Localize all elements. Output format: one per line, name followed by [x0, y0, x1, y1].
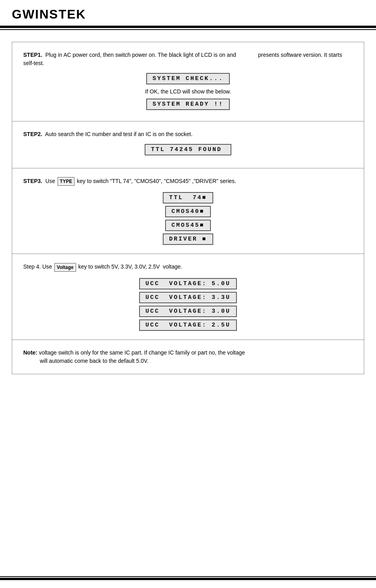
step3-lcd-cmos40: CMOS40■: [165, 206, 211, 217]
step4-lcd-5v: UCC VOLTAGE: 5.0U: [139, 278, 237, 289]
step3-text: STEP3. Use TYPE key to switch "TTL 74", …: [23, 177, 353, 186]
note-text: Note: voltage switch is only for the sam…: [23, 349, 353, 365]
logo: GWINSTEK: [12, 7, 364, 22]
step4-lcd-33v: UCC VOLTAGE: 3.3U: [139, 292, 237, 303]
step1-sublabel: If OK, the LCD will show the below.: [23, 88, 353, 95]
step4-lcd-25v: UCC VOLTAGE: 2.5U: [139, 319, 237, 331]
step4-lcd-list: UCC VOLTAGE: 5.0U UCC VOLTAGE: 3.3U UCC …: [23, 278, 353, 331]
step1-lcd-secondary: SYSTEM READY !!: [146, 99, 230, 110]
footer-bar-thick: [0, 578, 376, 580]
step2-section: STEP2. Auto search the IC number and tes…: [12, 121, 364, 168]
step1-indent: presents software version. It starts sel…: [23, 52, 342, 66]
step3-lcd-ttl74: TTL 74■: [163, 192, 213, 203]
step1-text: STEP1. Plug in AC power cord, then switc…: [23, 51, 353, 67]
step3-lcd-driver: DRIVER ■: [163, 233, 213, 245]
voltage-button: Voltage: [54, 263, 76, 272]
header-bar-thick: [0, 26, 376, 28]
note-label: Note:: [23, 349, 37, 356]
step3-lcd-cmos45: CMOS45■: [165, 220, 211, 231]
step4-section: Step 4. Use Voltage key to switch 5V, 3.…: [12, 254, 364, 340]
step4-lcd-30v: UCC VOLTAGE: 3.0U: [139, 306, 237, 317]
step2-text: STEP2. Auto search the IC number and tes…: [23, 130, 353, 138]
step1-label: STEP1.: [23, 52, 42, 58]
step1-lcd-primary: SYSTEM CHECK...: [146, 73, 230, 84]
note-indent: will automatic come back to the default …: [40, 358, 149, 364]
step1-section: STEP1. Plug in AC power cord, then switc…: [12, 42, 364, 121]
step3-label: STEP3.: [23, 178, 42, 184]
step3-lcd-list: TTL 74■ CMOS40■ CMOS45■ DRIVER ■: [23, 192, 353, 245]
step4-text: Step 4. Use Voltage key to switch 5V, 3.…: [23, 263, 353, 271]
steps-box: STEP1. Plug in AC power cord, then switc…: [12, 42, 364, 374]
type-button: TYPE: [58, 177, 74, 186]
step1-lcd-secondary-wrap: SYSTEM READY !!: [23, 99, 353, 110]
note-section: Note: voltage switch is only for the sam…: [12, 340, 364, 374]
step1-lcd-primary-wrap: SYSTEM CHECK...: [23, 73, 353, 84]
footer-bar-thin: [0, 576, 376, 577]
step3-section: STEP3. Use TYPE key to switch "TTL 74", …: [12, 168, 364, 254]
step2-lcd: TTL 74245 FOUND: [145, 144, 231, 155]
step2-label: STEP2.: [23, 131, 42, 137]
step2-lcd-wrap: TTL 74245 FOUND: [23, 144, 353, 155]
header: GWINSTEK: [0, 0, 376, 26]
main-content: STEP1. Plug in AC power cord, then switc…: [0, 30, 376, 386]
